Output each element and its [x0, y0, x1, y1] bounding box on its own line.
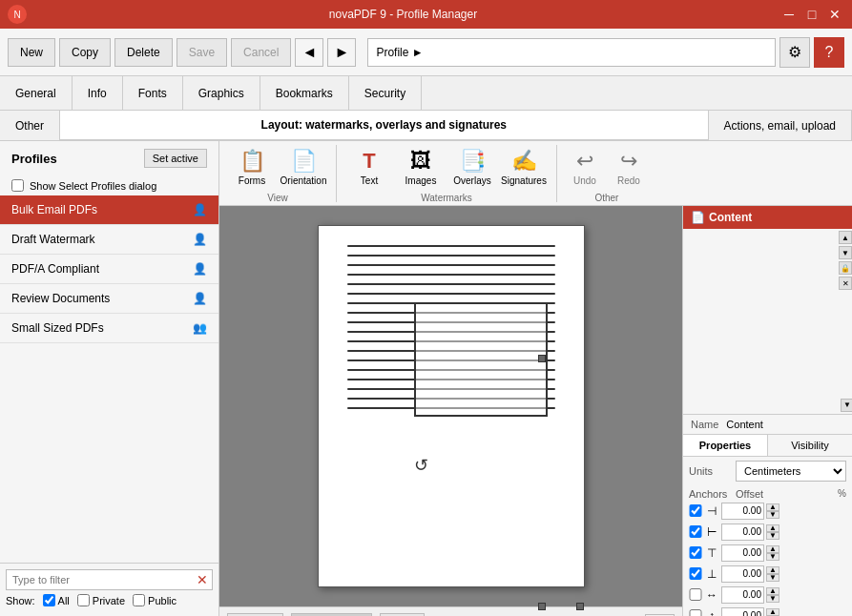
content-area: 📋 Forms 📄 Orientation View T Text — [219, 141, 852, 616]
handle-bl[interactable] — [538, 603, 546, 610]
profile-container: ⚙ ? — [367, 37, 844, 68]
anchor-offset-5[interactable] — [721, 607, 764, 617]
settings-button[interactable]: ⚙ — [779, 37, 810, 68]
forms-button[interactable]: 📋 Forms — [227, 144, 277, 191]
anchor-down-1[interactable]: ▼ — [766, 532, 779, 540]
save-button[interactable]: Save — [177, 38, 227, 67]
action-delete-button[interactable]: ✕ — [839, 277, 852, 290]
tab-layout[interactable]: Layout: watermarks, overlays and signatu… — [60, 111, 709, 140]
tab-info[interactable]: Info — [73, 76, 123, 110]
anchor-offset-0[interactable] — [721, 503, 764, 520]
close-button[interactable]: ✕ — [825, 7, 844, 22]
select-button[interactable]: Select — [227, 613, 283, 617]
canvas-area[interactable]: ↺ Select Transform Pan 38.3 % Fit — [219, 206, 682, 616]
tab-bookmarks[interactable]: Bookmarks — [260, 76, 349, 110]
action-lock-button[interactable]: 🔒 — [839, 261, 852, 275]
name-label: Name — [691, 419, 718, 430]
profile-input[interactable] — [367, 38, 776, 67]
undo-button[interactable]: ↩ Undo — [565, 144, 605, 191]
tab-visibility[interactable]: Visibility — [768, 435, 852, 456]
maximize-button[interactable]: □ — [802, 7, 821, 22]
page-preview: ↺ — [318, 225, 585, 587]
rotate-handle[interactable]: ↺ — [414, 455, 428, 476]
show-public-option[interactable]: Public — [133, 594, 177, 606]
set-active-button[interactable]: Set active — [144, 149, 207, 168]
profile-item-draft-watermark[interactable]: Draft Watermark 👤 — [0, 225, 218, 255]
overlays-icon: 📑 — [460, 149, 486, 174]
redo-label: Redo — [617, 175, 640, 186]
copy-button[interactable]: Copy — [59, 38, 111, 67]
watermarks-buttons: T Text 🖼 Images 📑 Overlays ✍ Signatures — [344, 144, 549, 191]
forward-button[interactable]: ► — [327, 38, 356, 67]
action-down-button[interactable]: ▼ — [839, 246, 852, 259]
profile-item-review[interactable]: Review Documents 👤 — [0, 284, 218, 314]
back-button[interactable]: ◄ — [295, 38, 323, 67]
tab-general[interactable]: General — [0, 76, 73, 110]
sidebar-header: Profiles Set active — [0, 141, 218, 175]
anchor-check-3[interactable] — [689, 567, 702, 580]
anchor-offset-4[interactable] — [721, 586, 764, 604]
content-icon: 📄 — [691, 211, 705, 224]
page-line — [347, 255, 555, 257]
signatures-label: Signatures — [501, 175, 547, 186]
show-private-option[interactable]: Private — [77, 594, 125, 606]
handle-br[interactable] — [576, 603, 584, 610]
filter-input[interactable] — [7, 570, 193, 589]
public-checkbox[interactable] — [133, 594, 145, 606]
anchor-down-3[interactable]: ▼ — [766, 574, 779, 582]
show-select-checkbox[interactable] — [11, 179, 24, 192]
anchor-check-5[interactable] — [689, 609, 702, 616]
delete-button[interactable]: Delete — [114, 38, 173, 67]
handle-tl[interactable] — [538, 355, 546, 362]
filter-clear-icon[interactable]: ✕ — [193, 570, 212, 589]
pan-button[interactable]: Pan — [380, 613, 425, 617]
anchor-check-4[interactable] — [689, 588, 702, 601]
filter-input-container: ✕ — [6, 569, 213, 590]
redo-button[interactable]: ↪ Redo — [609, 144, 649, 191]
anchor-check-0[interactable] — [689, 504, 702, 517]
overlays-button[interactable]: 📑 Overlays — [447, 144, 497, 191]
cancel-button[interactable]: Cancel — [231, 38, 291, 67]
offset-label: Offset — [736, 488, 834, 500]
show-all-option[interactable]: All — [43, 594, 70, 606]
minimize-button[interactable]: ─ — [779, 7, 799, 22]
all-checkbox[interactable] — [43, 594, 55, 606]
anchor-down-4[interactable]: ▼ — [766, 595, 779, 603]
content-list: ▲ ▼ ▲ ▼ 🔒 ✕ — [683, 229, 852, 415]
tab-fonts[interactable]: Fonts — [123, 76, 183, 110]
signatures-button[interactable]: ✍ Signatures — [499, 144, 549, 191]
tab-other[interactable]: Other — [0, 111, 60, 140]
orientation-button[interactable]: 📄 Orientation — [279, 144, 328, 191]
anchor-check-1[interactable] — [689, 525, 702, 538]
lock-icon-button[interactable]: ▲ — [839, 231, 852, 244]
tab-actions[interactable]: Actions, email, upload — [709, 111, 852, 140]
anchors-header-row: Anchors Offset % — [689, 488, 846, 500]
tab-graphics[interactable]: Graphics — [183, 76, 260, 110]
transform-button[interactable]: Transform — [291, 613, 372, 617]
anchor-icon-left: ⊣ — [704, 504, 719, 518]
profile-icon: 👤 — [193, 233, 207, 246]
anchor-icon-right: ⊢ — [704, 525, 719, 539]
sidebar-title: Profiles — [11, 152, 57, 166]
tab-properties[interactable]: Properties — [683, 435, 768, 456]
images-button[interactable]: 🖼 Images — [396, 144, 446, 191]
private-checkbox[interactable] — [77, 594, 90, 606]
watermark-overlay[interactable] — [414, 302, 548, 417]
text-button[interactable]: T Text — [344, 144, 394, 191]
anchor-offset-1[interactable] — [721, 524, 764, 541]
anchor-down-0[interactable]: ▼ — [766, 511, 779, 519]
profile-item-bulk-email[interactable]: Bulk Email PDFs 👤 — [0, 195, 218, 225]
tab-security[interactable]: Security — [349, 76, 422, 110]
anchor-row-3: ⊥ ▲ ▼ — [689, 565, 846, 583]
profile-item-small[interactable]: Small Sized PDFs 👥 — [0, 314, 218, 343]
new-button[interactable]: New — [8, 38, 55, 67]
anchor-offset-2[interactable] — [721, 544, 764, 562]
help-button[interactable]: ? — [814, 37, 844, 68]
anchor-check-2[interactable] — [689, 546, 702, 559]
profile-list: Bulk Email PDFs 👤 Draft Watermark 👤 PDF/… — [0, 195, 218, 563]
anchor-down-2[interactable]: ▼ — [766, 553, 779, 561]
anchor-row-5: ↕ ▲ ▼ — [689, 607, 846, 617]
units-select[interactable]: Centimeters — [736, 461, 846, 482]
profile-item-pdfa[interactable]: PDF/A Compliant 👤 — [0, 255, 218, 284]
anchor-offset-3[interactable] — [721, 565, 764, 583]
